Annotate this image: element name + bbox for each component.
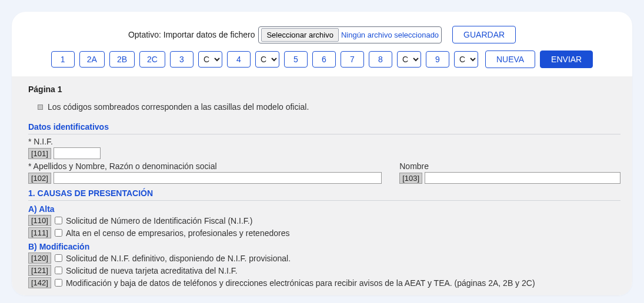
shaded-code-icon	[38, 105, 43, 110]
nav-select-c-1[interactable]: C	[198, 51, 222, 68]
checkbox-111[interactable]	[55, 229, 62, 237]
section-causas: 1. CAUSAS DE PRESENTACIÓN	[28, 188, 620, 201]
nif-input[interactable]	[54, 147, 101, 159]
nif-label: * N.I.F.	[28, 137, 620, 146]
nav-page-1[interactable]: 1	[51, 51, 75, 68]
checkbox-110[interactable]	[55, 217, 62, 224]
file-select-button[interactable]: Seleccionar archivo	[261, 28, 338, 42]
save-button[interactable]: GUARDAR	[452, 26, 516, 43]
nav-page-3[interactable]: 3	[170, 51, 193, 68]
label-121: Solicitud de nueva tarjeta acreditativa …	[66, 266, 238, 275]
section-datos-identificativos: Datos identificativos	[28, 122, 620, 134]
nombre-label: Nombre	[399, 161, 620, 171]
nav-page-8[interactable]: 8	[369, 51, 392, 68]
checkbox-142[interactable]	[55, 279, 62, 287]
nav-select-c-4[interactable]: C	[454, 51, 478, 68]
code-142: [142]	[28, 277, 51, 288]
nav-page-2c[interactable]: 2C	[139, 51, 165, 68]
nueva-button[interactable]: NUEVA	[485, 51, 535, 68]
nav-page-5[interactable]: 5	[284, 51, 308, 68]
form-card: Optativo: Importar datos de fichero Sele…	[12, 12, 632, 295]
code-101: [101]	[28, 148, 51, 159]
checkbox-121[interactable]	[55, 267, 62, 274]
hint-text: Los códigos sombreados corresponden a la…	[48, 102, 309, 112]
page-title: Página 1	[28, 85, 620, 94]
apellidos-input[interactable]	[54, 172, 382, 184]
nav-select-c-2[interactable]: C	[255, 51, 279, 68]
label-142: Modificación y baja de datos de teléfono…	[66, 278, 535, 288]
code-102: [102]	[28, 173, 51, 184]
code-110: [110]	[28, 215, 51, 226]
nav-page-2b[interactable]: 2B	[109, 51, 135, 68]
nav-page-9[interactable]: 9	[426, 51, 449, 68]
enviar-button[interactable]: ENVIAR	[540, 51, 593, 68]
form-body: Página 1 Los códigos sombreados correspo…	[12, 76, 632, 295]
nav-page-6[interactable]: 6	[312, 51, 336, 68]
label-120: Solicitud de N.I.F. definitivo, disponie…	[66, 254, 291, 263]
nav-page-4[interactable]: 4	[227, 51, 251, 68]
nombre-input[interactable]	[425, 172, 620, 184]
code-103: [103]	[399, 173, 422, 184]
label-111: Alta en el censo de empresarios, profesi…	[66, 228, 290, 238]
code-120: [120]	[28, 253, 51, 264]
apellidos-label: * Apellidos y Nombre, Razón o denominaci…	[28, 161, 382, 171]
file-status-text: Ningún archivo seleccionado	[341, 31, 439, 39]
nav-select-c-3[interactable]: C	[397, 51, 421, 68]
checkbox-120[interactable]	[55, 254, 62, 262]
subsection-modificacion: B) Modificación	[28, 242, 620, 251]
file-picker[interactable]: Seleccionar archivo Ningún archivo selec…	[258, 26, 442, 43]
page-nav: 1 2A 2B 2C 3 C 4 C 5 6 7 8 C 9 C NUEVA E…	[12, 48, 632, 76]
subsection-alta: A) Alta	[28, 204, 620, 214]
code-111: [111]	[28, 227, 51, 238]
import-label: Optativo: Importar datos de fichero	[128, 30, 255, 39]
code-121: [121]	[28, 265, 51, 276]
nav-page-2a[interactable]: 2A	[79, 51, 105, 68]
label-110: Solicitud de Número de Identificación Fi…	[66, 216, 252, 225]
import-row: Optativo: Importar datos de fichero Sele…	[12, 23, 632, 48]
nav-page-7[interactable]: 7	[341, 51, 364, 68]
hint-row: Los códigos sombreados corresponden a la…	[38, 102, 620, 112]
